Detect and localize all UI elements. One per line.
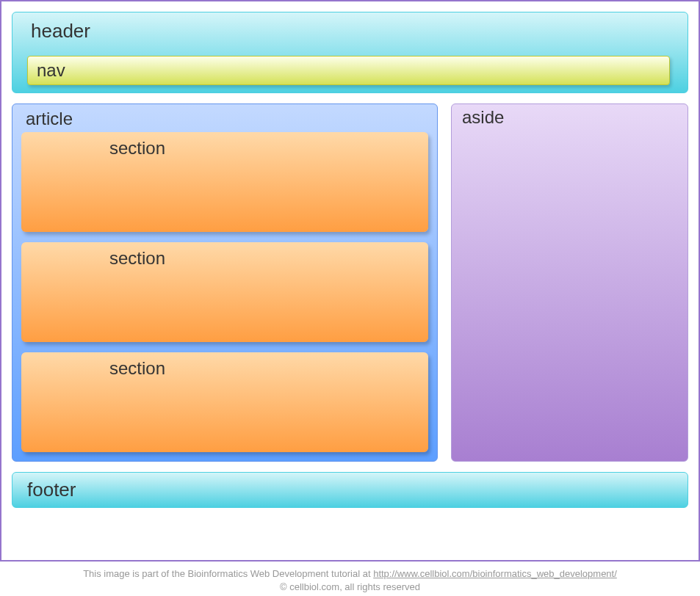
aside-region: aside — [451, 103, 688, 462]
section-region: section — [21, 242, 428, 342]
header-label: header — [27, 20, 673, 43]
footer-region: footer — [12, 472, 688, 508]
nav-label: nav — [37, 60, 65, 80]
article-label: article — [21, 107, 428, 132]
aside-label: aside — [462, 107, 504, 127]
section-label: section — [109, 248, 165, 268]
section-region: section — [21, 132, 428, 232]
attribution-url: http://www.cellbiol.com/bioinformatics_w… — [373, 568, 617, 579]
attribution-copyright: © cellbiol.com, all rights reserved — [280, 581, 420, 592]
section-region: section — [21, 352, 428, 452]
middle-row: article section section section aside — [12, 103, 688, 462]
section-label: section — [109, 138, 165, 158]
section-label: section — [109, 358, 165, 378]
layout-diagram-frame: header nav article section section secti… — [0, 0, 700, 562]
article-region: article section section section — [12, 103, 438, 462]
attribution-prefix: This image is part of the Bioinformatics… — [83, 568, 373, 579]
header-region: header nav — [12, 12, 688, 93]
nav-region: nav — [27, 56, 670, 85]
footer-label: footer — [27, 479, 76, 501]
attribution-text: This image is part of the Bioinformatics… — [0, 562, 700, 596]
